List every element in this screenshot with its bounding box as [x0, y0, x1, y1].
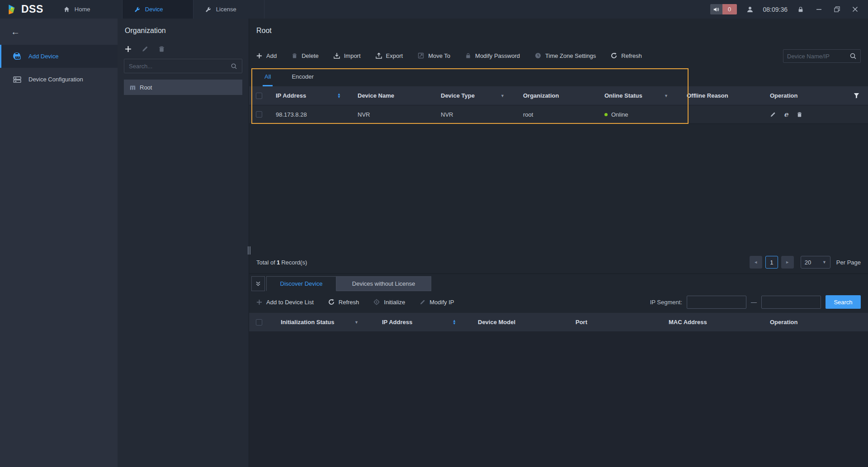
user-icon[interactable] [745, 5, 755, 14]
app-logo: DSS [0, 0, 52, 19]
initialize-button[interactable]: Initialize [373, 299, 405, 306]
add-organization-button[interactable] [125, 46, 132, 52]
organization-search[interactable] [124, 59, 242, 73]
filter-dropdown-icon[interactable]: ▼ [500, 94, 505, 98]
time-zone-settings-button[interactable]: Time Zone Settings [535, 52, 596, 59]
lock-icon [465, 52, 471, 59]
close-icon[interactable] [850, 5, 860, 14]
clock-display: 08:09:36 [763, 6, 788, 13]
import-button[interactable]: Import [334, 52, 361, 59]
cell-organization: root [516, 111, 598, 118]
organization-panel: Organization Root [118, 19, 249, 467]
filter-dropdown-icon[interactable]: ▼ [664, 94, 668, 98]
export-button[interactable]: Export [376, 52, 403, 59]
range-dash: — [751, 299, 757, 306]
app-logo-text: DSS [21, 3, 43, 15]
device-search[interactable] [783, 49, 861, 63]
add-to-device-list-button[interactable]: Add to Device List [256, 299, 314, 306]
refresh-icon [611, 52, 617, 59]
sidebar-item-device-configuration[interactable]: Device Configuration [0, 68, 118, 91]
initialize-icon [373, 299, 380, 305]
modify-password-button[interactable]: Modify Password [465, 52, 520, 59]
minimize-icon[interactable] [814, 5, 824, 14]
column-device-type[interactable]: Device Type ▼ [434, 92, 516, 99]
discover-table-body [249, 331, 868, 467]
refresh-button[interactable]: Refresh [611, 52, 642, 59]
filter-dropdown-icon[interactable]: ▼ [354, 320, 359, 325]
device-toolbar: Add Delete Import Export Move To Modify … [249, 43, 868, 68]
sort-icon[interactable]: ▲▼ [337, 93, 341, 99]
chevron-down-icon: ▼ [822, 260, 826, 264]
cell-ip: 98.173.8.28 [269, 111, 351, 118]
ip-segment-from-input[interactable] [687, 296, 746, 309]
delete-organization-icon[interactable] [158, 46, 165, 52]
device-search-input[interactable] [787, 53, 849, 60]
ip-segment-group: IP Segment: — Search [650, 295, 861, 309]
sidebar-item-add-device[interactable]: Add Device [0, 45, 118, 68]
tab-all[interactable]: All [263, 68, 273, 86]
sort-icon[interactable]: ▲▼ [453, 320, 456, 325]
tree-node-label: Root [140, 84, 152, 91]
restore-icon[interactable] [832, 5, 842, 14]
column-ip-address[interactable]: IP Address ▲▼ [269, 92, 351, 99]
trash-icon[interactable] [797, 112, 802, 118]
table-row[interactable]: 98.173.8.28 NVR NVR root Online e [249, 105, 868, 124]
filter-icon[interactable] [853, 92, 860, 99]
tab-home-label: Home [75, 6, 90, 13]
tree-node-root[interactable]: Root [124, 80, 242, 95]
next-page-button[interactable]: ► [781, 256, 794, 269]
back-arrow-icon: ← [11, 27, 20, 37]
ip-segment-to-input[interactable] [761, 296, 821, 309]
edit-icon[interactable] [770, 112, 776, 118]
page-size-select[interactable]: 20 ▼ [801, 256, 830, 269]
cell-device-type: NVR [434, 111, 516, 118]
tab-devices-without-license[interactable]: Devices without License [336, 276, 431, 291]
tab-encoder[interactable]: Encoder [290, 68, 315, 86]
tab-device-label: Device [145, 6, 163, 13]
column-operation: Operation [763, 92, 868, 99]
discover-refresh-button[interactable]: Refresh [328, 299, 359, 306]
title-bar: DSS Home Device License 0 08:09:36 [0, 0, 868, 19]
record-total: Total of1Record(s) [256, 259, 307, 266]
edit-icon [420, 299, 425, 305]
delete-button[interactable]: Delete [292, 52, 319, 59]
tab-home[interactable]: Home [52, 0, 123, 19]
edit-organization-icon[interactable] [142, 46, 148, 52]
page-title: Root [249, 19, 868, 43]
tab-license-label: License [216, 6, 236, 13]
tab-device[interactable]: Device [123, 0, 193, 19]
alarm-sound-control[interactable]: 0 [710, 4, 737, 14]
ip-segment-search-button[interactable]: Search [826, 295, 861, 309]
double-chevron-down-icon [255, 281, 261, 287]
tab-discover-device[interactable]: Discover Device [266, 276, 336, 291]
move-to-button[interactable]: Move To [418, 52, 450, 59]
tab-license[interactable]: License [193, 0, 264, 19]
ip-segment-label: IP Segment: [650, 299, 682, 306]
pagination-bar: Total of1Record(s) ◄ 1 ► 20 ▼ Per Page [249, 251, 868, 274]
column-online-status[interactable]: Online Status ▼ [598, 92, 680, 99]
prev-page-button[interactable]: ◄ [750, 256, 762, 269]
organization-search-input[interactable] [129, 63, 231, 70]
cell-device-name: NVR [351, 111, 434, 118]
row-checkbox[interactable] [256, 111, 262, 118]
back-button[interactable]: ← [0, 19, 118, 45]
org-tree-icon [129, 84, 136, 91]
device-type-tabs: All Encoder [249, 68, 868, 86]
sidebar-item-label: Device Configuration [28, 76, 83, 83]
column-initialization-status[interactable]: Initialization Status ▼ [269, 319, 370, 325]
discover-panel: Discover Device Devices without License … [249, 274, 868, 467]
select-all-checkbox[interactable] [256, 93, 262, 99]
import-icon [334, 52, 340, 59]
trash-icon [292, 53, 297, 59]
column-mac-address: MAC Address [657, 319, 758, 325]
web-browser-icon[interactable]: e [784, 112, 788, 118]
modify-ip-button[interactable]: Modify IP [420, 299, 454, 306]
collapse-panel-button[interactable] [251, 276, 265, 291]
add-button[interactable]: Add [256, 52, 277, 59]
sidebar-item-label: Add Device [28, 53, 58, 60]
column-ip-address[interactable]: IP Address ▲▼ [370, 319, 466, 325]
select-all-checkbox[interactable] [256, 319, 262, 325]
current-page-button[interactable]: 1 [765, 256, 778, 269]
lock-icon[interactable] [796, 5, 806, 14]
panel-resize-handle[interactable] [247, 245, 251, 256]
